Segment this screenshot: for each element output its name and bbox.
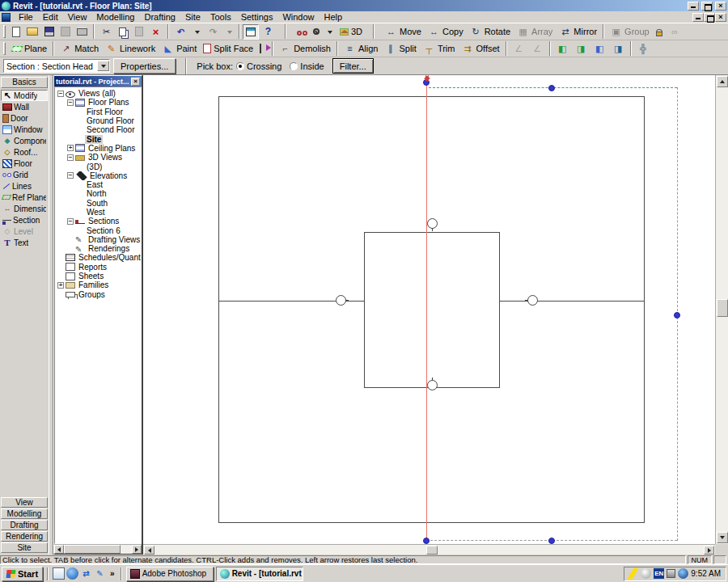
tree-expander-icon[interactable]: − xyxy=(67,99,74,106)
toolbar-button[interactable]: Rotate xyxy=(467,24,514,40)
design-bar-tab[interactable]: Modelling xyxy=(1,508,48,519)
toolbar-button[interactable]: Match xyxy=(57,41,102,57)
tree-expander-icon[interactable]: − xyxy=(57,91,64,97)
toolbar-grip[interactable] xyxy=(3,25,6,38)
scrollbar-thumb[interactable] xyxy=(426,546,438,555)
design-bar-item[interactable]: Window xyxy=(1,124,48,135)
tree-item[interactable]: Ground Floor xyxy=(55,116,141,125)
drag-handle[interactable] xyxy=(548,85,555,91)
menu-item[interactable]: Help xyxy=(320,11,348,23)
toolbar-button[interactable]: Copy xyxy=(425,24,467,40)
toolbar-button[interactable]: Group xyxy=(607,24,653,40)
tree-item[interactable]: East xyxy=(55,180,141,189)
tree-item[interactable]: South xyxy=(55,199,141,208)
toolbar-button[interactable] xyxy=(590,41,609,57)
elevation-marker[interactable] xyxy=(427,218,438,229)
child-restore-button[interactable] xyxy=(704,13,715,22)
toolbar-button[interactable] xyxy=(9,24,23,40)
tree-expander-icon[interactable]: − xyxy=(67,218,74,225)
toolbar-button[interactable] xyxy=(243,24,259,40)
toolbar-button[interactable] xyxy=(510,41,528,57)
toolbar-button[interactable]: Split Face xyxy=(200,41,256,57)
toolbar-button[interactable] xyxy=(97,24,116,40)
design-bar-item[interactable]: Grid xyxy=(1,169,48,180)
toolbar-button[interactable]: Trim xyxy=(420,41,459,57)
design-bar-item[interactable]: Roof... xyxy=(1,146,48,158)
child-close-button[interactable]: × xyxy=(715,13,726,22)
tree-expander-icon[interactable]: − xyxy=(67,154,74,161)
design-bar-item[interactable]: Wall xyxy=(1,101,48,112)
ql4-icon[interactable] xyxy=(94,567,106,580)
minimize-button[interactable] xyxy=(688,2,699,11)
menu-item[interactable]: View xyxy=(63,11,92,23)
tree-item[interactable]: North xyxy=(55,189,141,198)
drag-handle[interactable] xyxy=(423,538,430,544)
menu-item[interactable]: Site xyxy=(180,11,205,23)
toolbar-button[interactable] xyxy=(222,24,236,40)
ql3-icon[interactable] xyxy=(80,567,92,580)
toolbar-button[interactable] xyxy=(609,41,628,57)
design-bar-item[interactable]: Door xyxy=(1,112,48,124)
tree-item[interactable]: Drafting Views xyxy=(55,235,141,244)
toolbar-button[interactable]: Mirror xyxy=(556,24,600,40)
tree-item[interactable]: Renderings xyxy=(55,244,141,253)
toolbar-button[interactable] xyxy=(528,41,547,57)
menu-item[interactable]: Edit xyxy=(38,11,63,23)
toolbar-grip[interactable] xyxy=(3,42,6,55)
toolbar-button[interactable] xyxy=(41,24,57,40)
toolbar-button[interactable]: 3D xyxy=(336,24,366,40)
toolbar-button[interactable]: Move xyxy=(382,24,425,40)
close-icon[interactable]: × xyxy=(131,78,140,86)
menu-item[interactable]: Window xyxy=(277,11,319,23)
design-bar-item[interactable]: Ref Plane xyxy=(1,192,48,203)
design-bar-tab[interactable]: Site xyxy=(1,542,48,553)
tree-item[interactable]: Sheets xyxy=(55,272,141,280)
quick-launch-overflow-chevron[interactable]: » xyxy=(108,569,116,578)
task-button[interactable]: Adobe Photoshop xyxy=(126,567,214,581)
design-bar-item[interactable]: Floor xyxy=(1,158,48,169)
ql1-icon[interactable] xyxy=(53,567,65,580)
drawing-area[interactable] xyxy=(143,75,715,544)
toolbar-button[interactable]: Linework xyxy=(102,41,159,57)
tree-item[interactable]: Section 6 xyxy=(55,226,141,234)
flip-section-control[interactable] xyxy=(421,75,434,81)
toolbar-button[interactable] xyxy=(323,24,336,40)
tree-expander-icon[interactable]: + xyxy=(67,145,74,151)
design-bar-header[interactable]: Basics xyxy=(1,77,48,88)
design-bar-item[interactable]: Lines xyxy=(1,180,48,192)
menu-item[interactable]: Modelling xyxy=(91,11,139,23)
toolbar-button[interactable]: Array xyxy=(514,24,556,40)
horizontal-scrollbar[interactable] xyxy=(143,544,715,555)
toolbar-button[interactable] xyxy=(294,24,310,40)
inner-building[interactable] xyxy=(364,232,500,388)
menu-item[interactable]: Tools xyxy=(205,11,236,23)
scroll-down-icon[interactable] xyxy=(717,532,728,543)
child-minimize-button[interactable] xyxy=(692,13,704,22)
design-bar-item[interactable]: Text xyxy=(1,237,48,248)
volume-tray-icon[interactable] xyxy=(641,568,651,579)
toolbar-button[interactable]: Demolish xyxy=(276,41,334,57)
tree-item[interactable]: − Floor Plans xyxy=(55,98,141,107)
child-window-icon[interactable] xyxy=(2,13,11,22)
scrollbar-thumb[interactable] xyxy=(64,545,121,554)
type-selector[interactable]: Section : Section Head - Filled xyxy=(3,59,110,73)
inside-radio[interactable]: Inside xyxy=(290,61,324,71)
filter-button[interactable]: Filter... xyxy=(332,58,374,74)
task-button[interactable]: Revit - [tutorial.rvt -... xyxy=(216,567,303,581)
scroll-left-icon[interactable] xyxy=(144,546,154,555)
design-bar-item[interactable]: Component xyxy=(1,135,48,146)
browser-horizontal-scrollbar[interactable] xyxy=(54,544,142,554)
tree-item[interactable]: − Elevations xyxy=(55,171,141,180)
toolbar-button[interactable] xyxy=(310,24,323,40)
toolbar-button[interactable] xyxy=(666,24,684,40)
design-bar-tab[interactable]: Drafting xyxy=(1,520,48,530)
drag-handle[interactable] xyxy=(548,538,555,544)
tree-item[interactable]: Schedules/Quantitie xyxy=(55,253,141,262)
toolbar-button[interactable]: Split xyxy=(381,41,419,57)
toolbar-button[interactable] xyxy=(74,24,91,40)
ql2-icon[interactable] xyxy=(66,567,78,580)
toolbar-button[interactable] xyxy=(553,41,572,57)
tree-item[interactable]: + Ceiling Plans xyxy=(55,144,141,153)
toolbar-button[interactable]: Paint xyxy=(159,41,200,57)
toolbar-button[interactable] xyxy=(204,24,222,40)
